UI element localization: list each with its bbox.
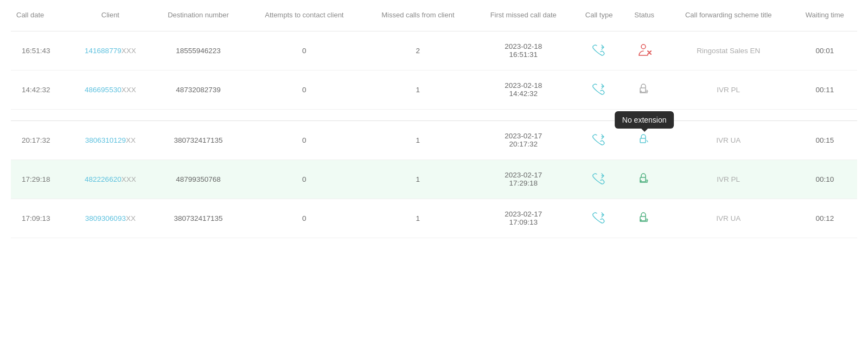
cell-scheme: IVR PL	[665, 70, 793, 109]
cell-destination: 48799350768	[151, 160, 246, 199]
table-row: 17:29:18482226620XXX48799350768012023-02…	[11, 160, 857, 199]
client-link[interactable]: 141688779	[85, 47, 122, 55]
col-header-status: Status	[624, 0, 665, 31]
cell-call-date: 20:17:32	[11, 120, 69, 160]
cell-call-date: 17:29:18	[11, 160, 69, 199]
svg-point-0	[641, 44, 646, 49]
cell-attempts: 0	[246, 31, 363, 70]
cell-first-missed-date: 2023-02-1720:17:32	[473, 120, 574, 160]
cell-first-missed-date: 2023-02-1717:09:13	[473, 199, 574, 238]
first-missed-time: 17:29:18	[509, 179, 538, 187]
cell-first-missed-date: 2023-02-1816:51:31	[473, 31, 574, 70]
cell-client[interactable]: 3809306093XX	[69, 199, 151, 238]
first-missed-time: 16:51:31	[509, 50, 538, 59]
cell-status	[624, 199, 665, 238]
cell-destination: 380732417135	[151, 120, 246, 160]
first-missed-time: 14:42:32	[509, 90, 538, 98]
col-header-attempts: Attempts to contact client	[246, 0, 363, 31]
col-header-first-missed: First missed call date	[473, 0, 574, 31]
first-missed-date: 2023-02-18	[505, 42, 542, 50]
table-row: 17:09:133809306093XX380732417135012023-0…	[11, 199, 857, 238]
first-missed-time: 17:09:13	[509, 218, 538, 226]
cell-attempts: 0	[246, 160, 363, 199]
cell-attempts: 0	[246, 120, 363, 160]
col-header-missed-calls: Missed calls from client	[363, 0, 473, 31]
first-missed-date: 2023-02-17	[505, 210, 542, 218]
cell-missed-calls: 1	[363, 160, 473, 199]
client-suffix: XXX	[122, 47, 136, 55]
cell-missed-calls: 1	[363, 120, 473, 160]
phone-incoming-icon	[591, 42, 607, 58]
col-header-call-date: Call date	[11, 0, 69, 31]
cell-destination: 18555946223	[151, 31, 246, 70]
cell-client[interactable]: 3806310129XX	[69, 120, 151, 160]
cell-waiting-time: 00:12	[793, 199, 857, 238]
first-missed-time: 20:17:32	[509, 140, 538, 148]
cell-client[interactable]: 482226620XXX	[69, 160, 151, 199]
status-icon	[636, 80, 653, 98]
client-link[interactable]: 482226620	[85, 175, 122, 183]
cell-scheme: Ringostat Sales EN	[665, 31, 793, 70]
cell-call-type	[574, 199, 624, 238]
cell-scheme: IVR UA	[665, 199, 793, 238]
cell-waiting-time: 00:11	[793, 70, 857, 109]
main-table-container: Call date Client Destination number Atte…	[0, 0, 868, 238]
cell-client[interactable]: 141688779XXX	[69, 31, 151, 70]
first-missed-date: 2023-02-18	[505, 81, 542, 90]
cell-client[interactable]: 486695530XXX	[69, 70, 151, 109]
cell-missed-calls: 1	[363, 70, 473, 109]
phone-incoming-icon	[591, 171, 607, 186]
client-link[interactable]: 3806310129	[85, 136, 126, 144]
status-icon	[636, 131, 653, 148]
table-row: 14:42:32486695530XXX48732082739012023-02…	[11, 70, 857, 109]
cell-attempts: 0	[246, 70, 363, 109]
cell-first-missed-date: 2023-02-1814:42:32	[473, 70, 574, 109]
cell-status	[624, 160, 665, 199]
status-icon	[636, 170, 653, 187]
client-suffix: XXX	[122, 175, 136, 183]
cell-call-type	[574, 120, 624, 160]
calls-table: Call date Client Destination number Atte…	[11, 0, 857, 238]
cell-scheme: IVR PL	[665, 160, 793, 199]
first-missed-date: 2023-02-17	[505, 171, 542, 179]
col-header-scheme: Call forwarding scheme title	[665, 0, 793, 31]
cell-waiting-time: 00:01	[793, 31, 857, 70]
svg-rect-2	[640, 138, 646, 143]
cell-status: No extension	[624, 120, 665, 160]
svg-rect-3	[640, 177, 646, 182]
cell-call-type	[574, 70, 624, 109]
col-header-client: Client	[69, 0, 151, 31]
cell-missed-calls: 1	[363, 199, 473, 238]
col-header-destination: Destination number	[151, 0, 246, 31]
phone-incoming-icon	[591, 81, 607, 97]
svg-rect-1	[640, 88, 646, 92]
cell-waiting-time: 00:10	[793, 160, 857, 199]
cell-first-missed-date: 2023-02-1717:29:18	[473, 160, 574, 199]
client-suffix: XX	[126, 214, 136, 222]
svg-rect-4	[640, 216, 646, 221]
status-tooltip-container: No extension	[636, 131, 653, 150]
group-separator	[11, 109, 857, 120]
cell-attempts: 0	[246, 199, 363, 238]
cell-waiting-time: 00:15	[793, 120, 857, 160]
client-link[interactable]: 486695530	[85, 86, 122, 94]
client-suffix: XXX	[122, 86, 136, 94]
cell-call-date: 14:42:32	[11, 70, 69, 109]
cell-missed-calls: 2	[363, 31, 473, 70]
phone-incoming-icon	[591, 210, 607, 225]
cell-scheme: IVR UA	[665, 120, 793, 160]
cell-call-date: 17:09:13	[11, 199, 69, 238]
cell-status	[624, 70, 665, 109]
phone-incoming-icon	[591, 132, 607, 147]
client-link[interactable]: 3809306093	[85, 214, 126, 222]
cell-destination: 380732417135	[151, 199, 246, 238]
table-header-row: Call date Client Destination number Atte…	[11, 0, 857, 31]
cell-call-type	[574, 160, 624, 199]
status-icon	[636, 209, 653, 226]
cell-status	[624, 31, 665, 70]
cell-destination: 48732082739	[151, 70, 246, 109]
col-header-waiting: Waiting time	[793, 0, 857, 31]
table-row: 16:51:43141688779XXX18555946223022023-02…	[11, 31, 857, 70]
cell-call-type	[574, 31, 624, 70]
col-header-call-type: Call type	[574, 0, 624, 31]
